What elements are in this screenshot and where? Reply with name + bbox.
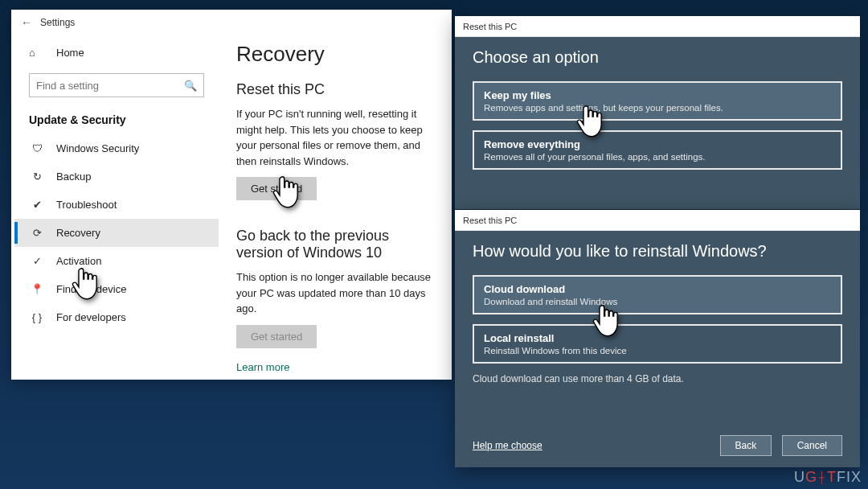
sidebar: ⌂ Home 🔍 Update & Security 🛡 Windows Sec… — [11, 35, 222, 380]
reset-desc: If your PC isn't running well, resetting… — [236, 106, 437, 169]
option-keep-my-files[interactable]: Keep my files Removes apps and settings,… — [473, 81, 842, 121]
developer-icon: { } — [29, 311, 45, 323]
recovery-icon: ⟳ — [29, 227, 45, 239]
sidebar-item-backup[interactable]: ↻ Backup — [14, 162, 219, 191]
goback-heading: Go back to the previous version of Windo… — [236, 228, 437, 261]
sidebar-item-label: Backup — [56, 171, 91, 183]
watermark: UG⟊TFIX — [794, 469, 862, 486]
home-label: Home — [56, 47, 84, 59]
search-box[interactable]: 🔍 — [29, 73, 204, 97]
troubleshoot-icon: ✔ — [29, 199, 45, 211]
option-title: Cloud download — [484, 283, 831, 295]
option-title: Keep my files — [484, 89, 831, 101]
sidebar-item-label: Troubleshoot — [56, 199, 117, 211]
sidebar-item-windows-security[interactable]: 🛡 Windows Security — [14, 134, 219, 162]
backup-icon: ↻ — [29, 171, 45, 183]
dialog-heading: How would you like to reinstall Windows? — [473, 242, 842, 261]
search-input[interactable] — [30, 80, 178, 92]
sidebar-item-label: Activation — [56, 255, 101, 267]
dialog-heading: Choose an option — [473, 48, 842, 67]
option-title: Local reinstall — [484, 332, 831, 344]
cancel-button[interactable]: Cancel — [782, 435, 842, 456]
sidebar-item-troubleshoot[interactable]: ✔ Troubleshoot — [14, 191, 219, 219]
window-titlebar: ← Settings — [11, 10, 452, 35]
option-local-reinstall[interactable]: Local reinstall Reinstall Windows from t… — [473, 324, 842, 364]
back-arrow-icon[interactable]: ← — [21, 16, 32, 29]
location-icon: 📍 — [29, 283, 45, 295]
sidebar-item-recovery[interactable]: ⟳ Recovery — [14, 219, 219, 247]
option-cloud-download[interactable]: Cloud download Download and reinstall Wi… — [473, 275, 842, 314]
dialog-titlebar: Reset this PC — [455, 210, 860, 231]
home-icon: ⌂ — [29, 47, 45, 59]
goback-desc: This option is no longer available becau… — [236, 269, 437, 317]
sidebar-item-for-developers[interactable]: { } For developers — [14, 303, 219, 331]
activation-icon: ✓ — [29, 255, 45, 267]
shield-icon: 🛡 — [29, 142, 45, 154]
option-desc: Removes all of your personal files, apps… — [484, 152, 831, 162]
option-desc: Removes apps and settings, but keeps you… — [484, 103, 831, 113]
content-pane: Recovery Reset this PC If your PC isn't … — [222, 35, 452, 380]
window-title: Settings — [40, 17, 75, 28]
section-title: Update & Security — [14, 107, 219, 134]
sidebar-item-find-my-device[interactable]: 📍 Find my device — [14, 275, 219, 303]
option-title: Remove everything — [484, 138, 831, 150]
sidebar-item-label: Windows Security — [56, 142, 139, 154]
reset-heading: Reset this PC — [236, 81, 437, 98]
page-title: Recovery — [236, 42, 437, 67]
option-desc: Reinstall Windows from this device — [484, 346, 831, 355]
get-started-disabled-button: Get started — [236, 325, 317, 348]
sidebar-item-activation[interactable]: ✓ Activation — [14, 247, 219, 275]
learn-more-link[interactable]: Learn more — [236, 361, 289, 373]
help-me-choose-link[interactable]: Help me choose — [473, 440, 542, 451]
option-desc: Download and reinstall Windows — [484, 297, 831, 306]
get-started-button[interactable]: Get started — [236, 177, 317, 200]
settings-window: ← Settings ⌂ Home 🔍 Update & Security 🛡 … — [11, 10, 452, 380]
home-nav[interactable]: ⌂ Home — [14, 39, 219, 67]
dialog-titlebar: Reset this PC — [455, 16, 860, 37]
search-icon: 🔍 — [178, 80, 203, 92]
reset-dialog-reinstall: Reset this PC How would you like to rein… — [455, 210, 860, 467]
option-remove-everything[interactable]: Remove everything Removes all of your pe… — [473, 130, 842, 170]
back-button[interactable]: Back — [720, 435, 772, 456]
dialog-note: Cloud download can use more than 4 GB of… — [473, 373, 842, 384]
sidebar-item-label: Find my device — [56, 283, 126, 295]
sidebar-item-label: Recovery — [56, 227, 100, 239]
reset-dialog-choose-option: Reset this PC Choose an option Keep my f… — [455, 16, 860, 209]
sidebar-item-label: For developers — [56, 311, 126, 323]
